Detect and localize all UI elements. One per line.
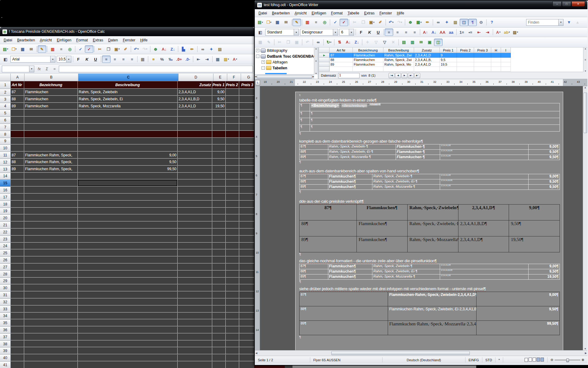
status-language[interactable]: Deutsch (Deutschland) (383, 357, 466, 362)
row-header-13[interactable]: 13 (0, 166, 11, 173)
doc-cell[interactable]: 87¶ (300, 174, 328, 179)
cell-E27[interactable] (212, 264, 226, 270)
cell-C35[interactable] (78, 320, 178, 326)
cell-C16[interactable] (78, 187, 178, 194)
standard-format-icon[interactable]: ‰ (166, 56, 175, 63)
cell-F15[interactable] (226, 180, 239, 186)
row-header-38[interactable]: 38 (0, 341, 11, 348)
cell-A13[interactable]: 89 (11, 166, 24, 173)
cell-D33[interactable] (178, 306, 212, 312)
doc-cell[interactable]: Rahm,·Speck,·Mozzarella¶ (407, 236, 458, 252)
cell-G1[interactable]: Preis 3 (239, 81, 254, 89)
grid-column-preis-1[interactable]: Preis 1 (440, 48, 457, 53)
scroll-down-icon[interactable]: ▼ (584, 347, 586, 350)
doc-cell[interactable]: Flammkuchen¶ (357, 205, 408, 220)
font-size-combo[interactable]: 6▼ (339, 29, 354, 36)
row-header-35[interactable]: 35 (0, 320, 11, 327)
grid-cell[interactable] (474, 67, 491, 71)
align-center-icon[interactable]: ≡ (111, 56, 119, 63)
cell-B39[interactable] (24, 347, 78, 354)
cell-A28[interactable] (11, 271, 24, 278)
cell-G27[interactable] (239, 264, 254, 270)
doc-cell[interactable]: 19,50¶ (529, 274, 560, 280)
cell-E8[interactable] (212, 131, 226, 138)
doc-cell[interactable]: 9,00¶ (529, 174, 560, 179)
grid-cell[interactable] (501, 53, 511, 58)
cell-C11[interactable]: 9,00 (78, 152, 178, 159)
menu-einfügen[interactable]: Einfügen (54, 37, 74, 43)
cell-D40[interactable] (178, 355, 212, 361)
tree-item-datbank-tosc-gengenbach[interactable]: -DatBank Tosc GENGENBACH (255, 53, 318, 59)
cell-A8[interactable] (11, 131, 24, 138)
cell-F28[interactable] (226, 271, 239, 278)
chevron-down-icon[interactable]: ▼ (349, 29, 354, 35)
scroll-right-icon[interactable]: ▶ (585, 352, 587, 355)
cell-C39[interactable] (78, 347, 178, 354)
grid-cell[interactable] (414, 67, 440, 71)
cell-E1[interactable]: Preis 1 (212, 81, 226, 89)
menu-bearbeiten[interactable]: Bearbeiten (15, 37, 37, 43)
row-header-8[interactable]: 8 (0, 131, 11, 138)
cell-G11[interactable] (239, 152, 254, 159)
cell-D34[interactable] (178, 313, 212, 320)
align-right-icon[interactable]: ≡ (402, 29, 410, 36)
column-header-B[interactable]: B (24, 74, 78, 81)
row-header-30[interactable]: 30 (0, 285, 11, 292)
cell-F10[interactable] (226, 145, 239, 151)
grid-cell[interactable]: 19,5 (440, 62, 457, 67)
cell-E33[interactable] (212, 306, 226, 312)
scrollbar-thumb[interactable] (583, 93, 587, 133)
grid-cell[interactable]: 2,3,4,A1,D (414, 62, 440, 67)
cell-B2[interactable]: Flammkuchen (24, 89, 78, 96)
menu-datei[interactable]: Datei (256, 10, 270, 16)
draw-functions-icon[interactable]: ✏ (423, 19, 432, 26)
zoom-slider[interactable] (555, 360, 580, 360)
cell-E36[interactable] (212, 327, 226, 333)
italic-icon[interactable]: K (83, 56, 91, 63)
sort-icon[interactable]: ⇅ (335, 39, 344, 46)
cell-A19[interactable] (11, 208, 24, 215)
doc-cell[interactable]: 88¶ (300, 179, 328, 185)
cell-G9[interactable] (239, 138, 254, 145)
cell-G14[interactable] (239, 173, 254, 180)
cell-B27[interactable] (24, 264, 78, 270)
menu-hilfe[interactable]: Hilfe (138, 37, 150, 43)
italic-icon[interactable]: K (365, 29, 374, 36)
cell-F30[interactable] (226, 285, 239, 291)
cell-A2[interactable]: 87 (11, 89, 24, 96)
grid-cell[interactable] (491, 53, 501, 58)
cell-G3[interactable] (239, 96, 254, 103)
grid-cell[interactable] (457, 67, 474, 71)
cell-E37[interactable] (212, 334, 226, 340)
cell-C23[interactable] (78, 236, 178, 243)
cell-A25[interactable] (11, 250, 24, 256)
cell-G38[interactable] (239, 341, 254, 347)
font-size-combo[interactable]: 10,5▼ (57, 56, 71, 63)
doc-cell[interactable]: 2,3,4,A1,B,D¶ (440, 179, 529, 185)
cell-C36[interactable] (78, 327, 178, 333)
grid-cell[interactable] (474, 62, 491, 67)
align-right-icon[interactable]: ≡ (119, 56, 128, 63)
cell-F41[interactable] (226, 362, 239, 368)
cell-F18[interactable] (226, 201, 239, 208)
zoom-in-icon[interactable]: ⊕ (582, 358, 584, 362)
cell-F25[interactable] (226, 250, 239, 256)
cell-F13[interactable] (226, 166, 239, 173)
cell-B15[interactable] (24, 180, 78, 186)
grid-cell[interactable] (501, 67, 511, 71)
cell-C40[interactable] (78, 355, 178, 361)
multi-page-view-icon[interactable] (528, 358, 536, 362)
cell-G25[interactable] (239, 250, 254, 256)
cell-A23[interactable] (11, 236, 24, 243)
column-header-G[interactable]: G (241, 74, 254, 81)
cell-F33[interactable] (226, 306, 239, 312)
cell-G40[interactable] (239, 355, 254, 361)
cell-C17[interactable] (78, 194, 178, 201)
grid-column-zusatz[interactable]: Zusatz (414, 48, 440, 53)
underline-icon[interactable]: U (374, 29, 383, 36)
cell-E11[interactable] (212, 152, 226, 159)
cell-D1[interactable]: Zusatz (178, 81, 212, 89)
cell-F24[interactable] (226, 243, 239, 250)
cell-F22[interactable] (226, 229, 239, 236)
cell-B1[interactable]: Bezeichnung (24, 81, 78, 89)
